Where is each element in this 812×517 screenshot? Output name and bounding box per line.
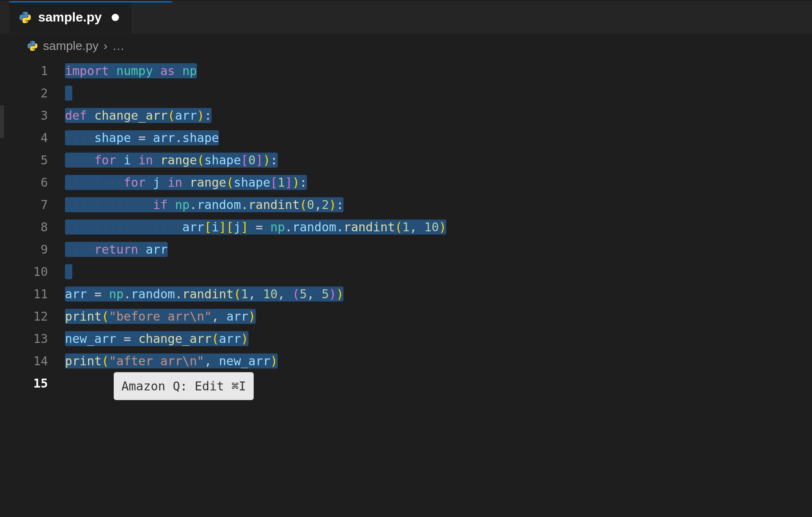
code-line: ················arr[i][j] = np.random.ra… [65, 216, 812, 238]
code-line: def change_arr(arr): [65, 104, 812, 127]
code-line: ····for i in range(shape[0]): [65, 149, 812, 171]
code-line: ············if np.random.randint(0,2): [65, 194, 812, 216]
python-icon [27, 40, 38, 52]
activity-bar-stub [0, 106, 4, 138]
breadcrumb-trail: … [112, 39, 125, 53]
breadcrumb-filename: sample.py [43, 39, 99, 53]
active-tab-indicator [9, 1, 172, 2]
code-editor[interactable]: 1 2 3 4 5 6 7 8 9 10 11 12 13 14 15 impo… [0, 58, 812, 394]
breadcrumb[interactable]: sample.py › … [0, 34, 812, 58]
code-line: print("after arr\n", new_arr) [65, 350, 812, 372]
line-number-gutter: 1 2 3 4 5 6 7 8 9 10 11 12 13 14 15 [0, 60, 65, 394]
code-content[interactable]: import numpy as np def change_arr(arr): … [65, 60, 812, 394]
code-line [65, 82, 812, 104]
code-line: print("before arr\n", arr) [65, 305, 812, 327]
dirty-indicator-icon [112, 14, 119, 21]
code-line: ····return arr [65, 238, 812, 261]
tab-bar: sample.py [0, 1, 812, 34]
code-line: ········for j in range(shape[1]): [65, 171, 812, 194]
code-line [65, 261, 812, 283]
python-icon [19, 11, 32, 24]
chevron-right-icon: › [104, 39, 108, 53]
code-line: ····shape = arr.shape [65, 127, 812, 149]
tab-label: sample.py [38, 10, 102, 25]
code-line: arr = np.random.randint(1, 10, (5, 5)) [65, 283, 812, 305]
inline-hint-amazon-q[interactable]: Amazon Q: Edit ⌘I [114, 372, 254, 400]
tab-sample-py[interactable]: sample.py [9, 1, 132, 33]
code-line: new_arr = change_arr(arr) [65, 327, 812, 350]
code-line: import numpy as np [65, 60, 812, 82]
